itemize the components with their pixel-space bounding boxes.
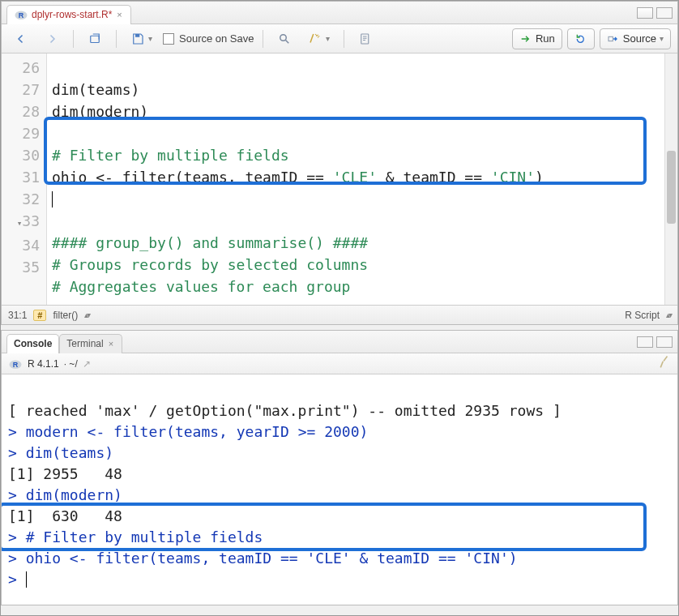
scroll-thumb[interactable] — [667, 151, 676, 224]
code-area[interactable]: dim(teams) dim(modern) # Filter by multi… — [47, 53, 664, 305]
source-button-label: Source — [623, 32, 656, 45]
r-version-label: R 4.1.1 — [28, 358, 59, 370]
console-line: # Filter by multiple fields — [26, 528, 263, 545]
console-info-strip: R R 4.1.1 · ~/ ↗ — [2, 353, 677, 374]
console-line: [1] 630 48 — [8, 507, 122, 524]
source-on-save-label: Source on Save — [179, 32, 254, 45]
svg-rect-3 — [135, 34, 139, 37]
pane-window-controls — [637, 336, 673, 348]
svg-rect-2 — [91, 36, 100, 42]
dropdown-caret-icon: ▾ — [660, 34, 664, 43]
console-line: modern <- filter(teams, yearID >= 2000) — [26, 423, 369, 440]
cursor-position: 31:1 — [8, 310, 27, 321]
code-tools-button[interactable]: ▾ — [302, 28, 335, 49]
compile-report-button[interactable] — [352, 28, 378, 49]
r-file-icon: R — [14, 7, 28, 22]
forward-button[interactable] — [39, 28, 65, 49]
console-cursor — [26, 571, 27, 588]
console-line: [ reached 'max' / getOption("max.print")… — [8, 402, 562, 419]
toolbar-divider — [116, 30, 117, 48]
context-nav-icon[interactable]: ▴▾ — [84, 310, 89, 319]
terminal-tab[interactable]: Terminal × — [59, 334, 122, 353]
console-line: [1] 2955 48 — [8, 465, 122, 482]
svg-text:R: R — [13, 360, 19, 368]
source-tab-title: dplyr-rows-start.R* — [32, 9, 112, 20]
source-toolbar: ▾ Source on Save ▾ Run Source ▾ — [2, 24, 677, 53]
show-in-new-window-button[interactable] — [82, 28, 108, 49]
save-button[interactable]: ▾ — [125, 28, 158, 49]
dropdown-caret-icon: ▾ — [326, 34, 330, 43]
run-button[interactable]: Run — [512, 28, 562, 49]
console-tab[interactable]: Console — [6, 334, 59, 353]
context-function[interactable]: filter() — [53, 310, 78, 321]
source-file-tab[interactable]: R dplyr-rows-start.R* × — [6, 5, 131, 24]
console-line: dim(modern) — [26, 486, 122, 503]
svg-rect-6 — [609, 36, 613, 41]
section-chip[interactable]: # — [33, 310, 46, 321]
toolbar-divider — [73, 30, 74, 48]
run-button-label: Run — [536, 32, 555, 45]
terminal-tab-label: Terminal — [66, 338, 103, 349]
console-output[interactable]: [ reached 'max' / getOption("max.print")… — [2, 374, 677, 605]
source-button[interactable]: Source ▾ — [600, 28, 671, 49]
svg-point-4 — [280, 34, 286, 41]
editor-cursor — [52, 191, 53, 207]
dropdown-caret-icon: ▾ — [148, 34, 152, 43]
clear-console-icon[interactable] — [656, 355, 671, 373]
editor-scrollbar[interactable] — [664, 53, 677, 305]
language-nav-icon[interactable]: ▴▾ — [666, 310, 671, 319]
source-statusbar: 31:1 # filter() ▴▾ R Script ▴▾ — [2, 305, 677, 324]
close-tab-icon[interactable]: × — [107, 339, 115, 349]
find-button[interactable] — [271, 28, 297, 49]
console-line: dim(teams) — [26, 444, 113, 461]
r-logo-icon: R — [8, 357, 23, 371]
svg-text:R: R — [19, 11, 24, 19]
console-tabstrip: Console Terminal × — [2, 331, 677, 353]
toolbar-divider — [263, 30, 263, 48]
minimize-pane-button[interactable] — [637, 336, 653, 348]
toolbar-divider — [344, 30, 344, 48]
close-tab-icon[interactable]: × — [115, 10, 123, 19]
svg-rect-5 — [361, 34, 368, 44]
rerun-button[interactable] — [567, 28, 595, 49]
pane-window-controls — [637, 7, 673, 19]
back-button[interactable] — [8, 28, 34, 49]
language-mode[interactable]: R Script — [625, 310, 660, 321]
source-on-save-checkbox[interactable] — [163, 33, 174, 45]
line-number-gutter: 26 27 28 29 30 31 32 ▾33 34 35 — [2, 53, 47, 305]
popup-arrow-icon[interactable]: ↗ — [83, 358, 91, 370]
console-pane: Console Terminal × R R 4.1.1 · ~/ ↗ [ re… — [1, 330, 678, 605]
working-dir-label[interactable]: · ~/ — [64, 358, 78, 370]
code-editor[interactable]: 26 27 28 29 30 31 32 ▾33 34 35 dim(teams… — [2, 53, 677, 305]
minimize-pane-button[interactable] — [637, 7, 653, 19]
console-line: ohio <- filter(teams, teamID == 'CLE' & … — [26, 550, 518, 567]
maximize-pane-button[interactable] — [656, 336, 673, 348]
maximize-pane-button[interactable] — [656, 7, 673, 19]
console-tab-label: Console — [14, 338, 52, 349]
source-tabstrip: R dplyr-rows-start.R* × — [2, 2, 677, 24]
source-pane: R dplyr-rows-start.R* × ▾ Source on Save — [1, 1, 678, 325]
